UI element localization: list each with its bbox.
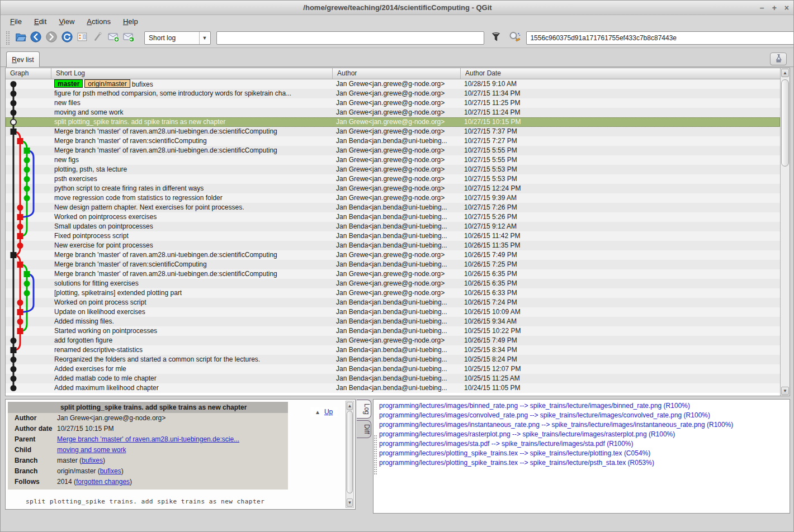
commit-row[interactable]: solutions for fitting exercisesJan Grewe…: [6, 279, 780, 288]
toolbar-drag-handle[interactable]: [6, 31, 10, 45]
commit-row[interactable]: Added missing files.Jan Benda<jan.benda@…: [6, 317, 780, 326]
diff-file-line[interactable]: programming/lectures/plotting_spike_trai…: [379, 449, 790, 458]
tab-log[interactable]: Log: [357, 400, 371, 419]
commit-row[interactable]: Merge branch 'master' of raven.am28.uni-…: [6, 146, 780, 155]
view-mode-select[interactable]: Short log ▼: [144, 31, 210, 45]
commit-row[interactable]: plotting, psth, sta lectureJan Grewe<jan…: [6, 165, 780, 174]
scroll-up-icon[interactable]: ▲: [781, 69, 789, 77]
col-header-author-date[interactable]: Author Date: [461, 68, 780, 79]
author-cell: Jan Benda<jan.benda@uni-tuebing...: [333, 345, 461, 355]
view-button[interactable]: [75, 31, 90, 45]
short-log-cell: solutions for fitting exercises: [51, 279, 333, 288]
menu-actions[interactable]: Actions: [82, 16, 116, 27]
minimize-button[interactable]: –: [760, 1, 764, 15]
commit-row[interactable]: Added exercises for mleJan Benda<jan.ben…: [6, 364, 780, 374]
commit-row[interactable]: new figsJan Grewe<jan.grewe@g-node.org>1…: [6, 155, 780, 165]
diff-file-line[interactable]: programming/lectures/plotting_spike_trai…: [379, 458, 790, 468]
commit-row[interactable]: move regression code from statistics to …: [6, 193, 780, 203]
author-cell: Jan Grewe<jan.grewe@g-node.org>: [333, 79, 461, 89]
menu-view[interactable]: View: [54, 16, 79, 27]
menu-edit[interactable]: Edit: [29, 16, 51, 27]
diff-file-line[interactable]: programming/lectures/images/binned_rate.…: [379, 401, 790, 411]
up-navigation[interactable]: ▲ Up: [311, 407, 338, 417]
commit-row[interactable]: psth exercisesJan Grewe<jan.grewe@g-node…: [6, 174, 780, 184]
ref-badge: origin/master: [84, 79, 130, 88]
commit-row[interactable]: Started working on pointprocessesJan Ben…: [6, 326, 780, 336]
back-button[interactable]: [29, 31, 44, 45]
col-header-author[interactable]: Author: [333, 68, 461, 79]
maximize-button[interactable]: +: [772, 1, 777, 15]
close-button[interactable]: ×: [784, 1, 789, 15]
up-link[interactable]: Up: [324, 408, 333, 416]
commit-row[interactable]: Worked on point process scriptJan Benda<…: [6, 298, 780, 307]
author-date-cell: 10/28/15 9:10 AM: [461, 79, 780, 89]
short-log-cell: renamed descriptive-statistics: [51, 345, 333, 355]
short-log-cell: new figs: [51, 155, 333, 165]
detail-link[interactable]: bufixes: [100, 467, 121, 475]
col-header-short-log[interactable]: Short Log: [51, 68, 333, 79]
detail-link[interactable]: forgotten changes: [76, 478, 130, 486]
wand-button[interactable]: [91, 31, 105, 45]
rev-list-scrollbar[interactable]: ▲ ▼: [780, 68, 790, 396]
col-header-graph[interactable]: Graph: [6, 68, 51, 79]
scroll-down-icon[interactable]: ▼: [347, 498, 353, 507]
filter-button[interactable]: [489, 31, 503, 45]
commit-row[interactable]: New exercise for point processesJan Bend…: [6, 241, 780, 250]
diff-file-line[interactable]: programming/lectures/images/instantaneou…: [379, 420, 790, 430]
tab-rev-list[interactable]: Rev list: [6, 51, 40, 67]
commit-row[interactable]: Merge branch 'master' of raven.am28.uni-…: [6, 269, 780, 279]
commit-row[interactable]: Merge branch 'master' of raven.am28.uni-…: [6, 250, 780, 260]
commit-row[interactable]: Merge branch 'master' of raven:scientifi…: [6, 260, 780, 269]
diff-file-line[interactable]: programming/lectures/images/rasterplot.p…: [379, 430, 790, 439]
detail-value: origin/master (bufixes): [57, 466, 288, 477]
author-cell: Jan Benda<jan.benda@uni-tuebing...: [333, 374, 461, 383]
splitter-handle[interactable]: [374, 435, 377, 474]
commit-row[interactable]: Merge branch 'master' of raven.am28.uni-…: [6, 127, 780, 136]
detail-label: Follows: [8, 477, 57, 487]
detail-scrollbar[interactable]: ▲ ▼: [346, 401, 354, 508]
diff-file-line[interactable]: programming/lectures/images/convolved_ra…: [379, 411, 790, 420]
commit-row[interactable]: masterorigin/masterbufixesJan Grewe<jan.…: [6, 79, 780, 89]
scroll-up-icon[interactable]: ▲: [347, 402, 353, 410]
commit-row[interactable]: new filesJan Grewe<jan.grewe@g-node.org>…: [6, 98, 780, 108]
commit-row[interactable]: Worked on pointprocess exercisesJan Bend…: [6, 212, 780, 222]
commit-row[interactable]: moving and some workJan Grewe<jan.grewe@…: [6, 108, 780, 117]
commit-row[interactable]: Merge branch 'master' of raven:scientifi…: [6, 136, 780, 146]
forward-button[interactable]: [44, 31, 59, 45]
diff-file-line[interactable]: programming/lectures/images/sta.pdf --> …: [379, 439, 790, 449]
commit-row[interactable]: [plotting, spiketrains] extended plottin…: [6, 288, 780, 298]
open-folder-button[interactable]: [13, 31, 28, 45]
commit-row[interactable]: renamed descriptive-statisticsJan Benda<…: [6, 345, 780, 355]
commit-row[interactable]: python script to create firing rates in …: [6, 184, 780, 193]
scroll-down-icon[interactable]: ▼: [781, 387, 789, 395]
commit-row[interactable]: Update on likelihood exercisesJan Benda<…: [6, 307, 780, 317]
author-date-cell: 10/27/15 7:26 PM: [461, 203, 780, 212]
menu-file[interactable]: File: [5, 16, 27, 27]
commit-row[interactable]: Small updates on pointprocessesJan Benda…: [6, 222, 780, 231]
save-patch-button[interactable]: [106, 31, 121, 45]
commit-sha-input[interactable]: [526, 31, 794, 45]
filter-input[interactable]: [216, 31, 485, 45]
author-cell: Jan Grewe<jan.grewe@g-node.org>: [333, 279, 461, 288]
chevron-down-icon: ▼: [199, 32, 210, 44]
commit-row[interactable]: split plotting_spike trains. add spike t…: [6, 117, 780, 127]
commit-row[interactable]: Added matlab code to mle chapterJan Bend…: [6, 374, 780, 383]
refresh-button[interactable]: [60, 31, 74, 45]
commit-row[interactable]: add forgotten figureJan Grewe<jan.grewe@…: [6, 336, 780, 345]
commit-row[interactable]: figure for psth method comparsion, some …: [6, 89, 780, 98]
tabbar-corner-button[interactable]: [770, 53, 787, 65]
rev-list-scroll-thumb[interactable]: [781, 79, 789, 167]
commit-row[interactable]: Reorganized the folders and started a co…: [6, 355, 780, 364]
author-cell: Jan Benda<jan.benda@uni-tuebing...: [333, 231, 461, 241]
detail-link[interactable]: bufixes: [82, 457, 103, 464]
commit-row[interactable]: New design pattern chapter. Next exercis…: [6, 203, 780, 212]
detail-link[interactable]: moving and some work: [57, 446, 126, 454]
detail-scroll-thumb[interactable]: [347, 411, 353, 493]
highlight-search-button[interactable]: [507, 31, 522, 45]
commit-row[interactable]: Fixed pointprocess scriptJan Benda<jan.b…: [6, 231, 780, 241]
detail-link[interactable]: Merge branch 'master' of raven.am28.uni-…: [57, 435, 239, 443]
commit-row[interactable]: Added maximum likelihood chapterJan Bend…: [6, 383, 780, 393]
menu-help[interactable]: Help: [118, 16, 143, 27]
apply-patch-button[interactable]: [121, 31, 136, 45]
tab-diff[interactable]: Diff: [357, 420, 371, 438]
